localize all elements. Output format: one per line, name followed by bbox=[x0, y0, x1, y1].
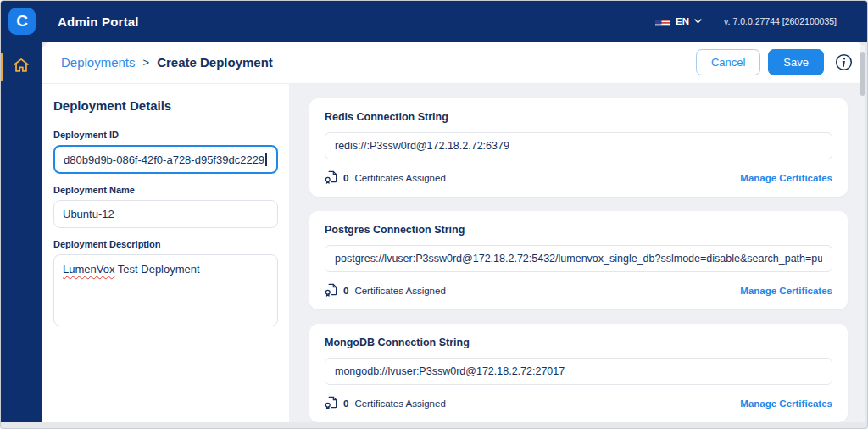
deployment-id-input[interactable]: d80b9d9b-086f-42f0-a728-d95f39dc2229 bbox=[53, 145, 278, 174]
redis-card-footer: 0 Certificates Assigned Manage Certifica… bbox=[325, 170, 832, 186]
redis-cert-label: Certificates Assigned bbox=[354, 173, 445, 183]
sidebar bbox=[1, 42, 42, 422]
mongodb-cert-label: Certificates Assigned bbox=[354, 398, 445, 409]
content-area: Deployments > Create Deployment Cancel S… bbox=[42, 42, 865, 422]
mongodb-connection-input[interactable] bbox=[325, 358, 832, 385]
breadcrumb-current: Create Deployment bbox=[157, 55, 273, 70]
admin-portal-window: C Admin Portal EN v. 7.0.0.27744 [260210… bbox=[0, 0, 868, 429]
cancel-button[interactable]: Cancel bbox=[696, 49, 760, 75]
postgres-cert-count: 0 bbox=[343, 286, 348, 296]
certificate-icon bbox=[325, 396, 337, 411]
deployment-name-field: Deployment Name bbox=[53, 185, 278, 228]
deployment-description-input[interactable]: LumenVox Test Deployment bbox=[53, 254, 278, 326]
us-flag-icon bbox=[655, 17, 670, 26]
deployment-id-value: d80b9d9b-086f-42f0-a728-d95f39dc2229 bbox=[64, 153, 264, 166]
deployment-id-field: Deployment ID d80b9d9b-086f-42f0-a728-d9… bbox=[53, 130, 278, 174]
deployment-id-label: Deployment ID bbox=[53, 130, 278, 140]
text-caret bbox=[265, 153, 267, 166]
mongodb-cert-info: 0 Certificates Assigned bbox=[325, 396, 446, 411]
redis-manage-certificates-link[interactable]: Manage Certificates bbox=[740, 173, 832, 183]
postgres-cert-info: 0 Certificates Assigned bbox=[325, 283, 446, 298]
mongodb-cert-count: 0 bbox=[343, 398, 348, 409]
header-actions: Cancel Save bbox=[696, 49, 853, 75]
sidebar-item-home[interactable] bbox=[1, 51, 42, 83]
deployment-description-field: Deployment Description LumenVox Test Dep… bbox=[53, 239, 278, 326]
postgres-card-title: Postgres Connection String bbox=[325, 224, 832, 236]
postgres-connection-card: Postgres Connection String bbox=[309, 211, 848, 309]
vertical-scrollbar[interactable] bbox=[860, 45, 865, 421]
app-logo[interactable]: C bbox=[8, 8, 36, 35]
top-bar: C Admin Portal EN v. 7.0.0.27744 [260210… bbox=[1, 1, 867, 42]
chevron-down-icon[interactable] bbox=[694, 19, 702, 24]
deployment-description-label: Deployment Description bbox=[53, 239, 278, 249]
postgres-cert-label: Certificates Assigned bbox=[354, 286, 445, 296]
version-text: v. 7.0.0.27744 [2602100035] bbox=[724, 16, 837, 26]
description-misspelled-word: LumenVox bbox=[63, 263, 114, 276]
deployment-name-label: Deployment Name bbox=[53, 185, 278, 195]
connection-strings-panel: Redis Connection String bbox=[289, 84, 865, 422]
description-rest: Test Deployment bbox=[114, 263, 199, 276]
save-button[interactable]: Save bbox=[768, 49, 824, 75]
app-title: Admin Portal bbox=[58, 14, 139, 29]
panel-heading: Deployment Details bbox=[53, 98, 278, 113]
redis-cert-count: 0 bbox=[343, 173, 348, 183]
deployment-name-input[interactable] bbox=[53, 200, 278, 228]
breadcrumb-deployments[interactable]: Deployments bbox=[61, 55, 136, 70]
postgres-card-footer: 0 Certificates Assigned Manage Certifica… bbox=[325, 283, 832, 298]
mongodb-connection-card: MongoDB Connection String bbox=[309, 324, 848, 422]
deployment-details-panel: Deployment Details Deployment ID d80b9d9… bbox=[42, 84, 289, 422]
topbar-right-group: EN v. 7.0.0.27744 [2602100035] bbox=[655, 16, 837, 26]
active-indicator bbox=[1, 53, 3, 81]
redis-cert-info: 0 Certificates Assigned bbox=[325, 170, 446, 186]
language-selector[interactable]: EN bbox=[676, 16, 689, 26]
breadcrumb-separator: > bbox=[143, 56, 150, 69]
certificate-icon bbox=[325, 170, 337, 186]
main-split: Deployment Details Deployment ID d80b9d9… bbox=[42, 84, 865, 422]
redis-connection-input[interactable] bbox=[325, 132, 832, 159]
mongodb-card-footer: 0 Certificates Assigned Manage Certifica… bbox=[325, 396, 832, 411]
redis-card-title: Redis Connection String bbox=[325, 111, 832, 123]
home-icon bbox=[12, 56, 31, 78]
scrollbar-thumb[interactable] bbox=[860, 52, 865, 96]
redis-connection-card: Redis Connection String bbox=[309, 98, 848, 197]
certificate-icon bbox=[325, 283, 337, 298]
page-header: Deployments > Create Deployment Cancel S… bbox=[42, 42, 865, 84]
postgres-connection-input[interactable] bbox=[325, 245, 832, 272]
mongodb-manage-certificates-link[interactable]: Manage Certificates bbox=[740, 398, 832, 409]
info-icon[interactable] bbox=[835, 53, 853, 71]
mongodb-card-title: MongoDB Connection String bbox=[325, 337, 832, 348]
postgres-manage-certificates-link[interactable]: Manage Certificates bbox=[740, 286, 832, 296]
breadcrumb: Deployments > Create Deployment bbox=[61, 55, 273, 70]
